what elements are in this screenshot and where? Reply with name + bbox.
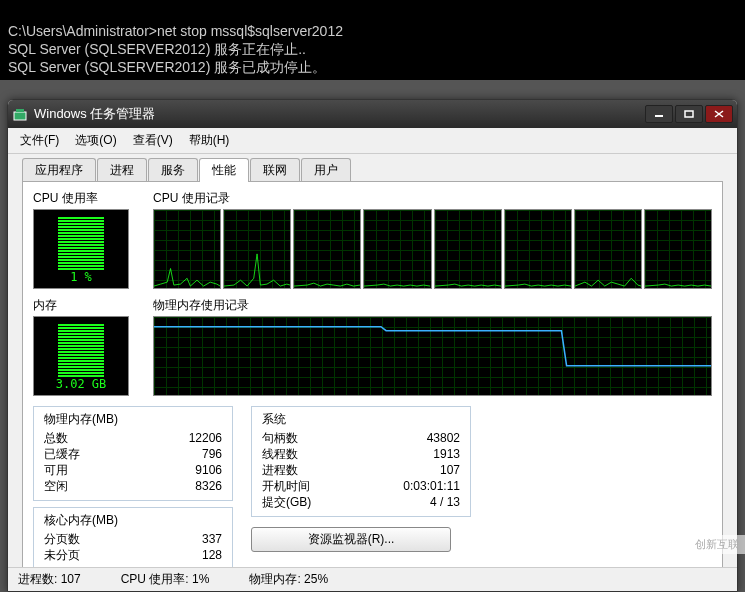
resource-monitor-button[interactable]: 资源监视器(R)... (251, 527, 451, 552)
memory-gauge: 3.02 GB (33, 316, 129, 396)
phys-mem-history-label: 物理内存使用记录 (153, 297, 712, 314)
tab-users[interactable]: 用户 (301, 158, 351, 182)
maximize-button[interactable] (675, 105, 703, 123)
status-bar: 进程数: 107 CPU 使用率: 1% 物理内存: 25% (8, 567, 737, 591)
svg-rect-1 (16, 109, 24, 112)
watermark: 创新互联 (689, 535, 745, 554)
tab-services[interactable]: 服务 (148, 158, 198, 182)
command-prompt: C:\Users\Administrator>net stop mssql$sq… (0, 0, 745, 80)
system-box: 系统 句柄数43802 线程数1913 进程数107 开机时间0:03:01:1… (251, 406, 471, 517)
performance-panel: CPU 使用率 1 % CPU 使用记录 (22, 181, 723, 581)
tab-performance[interactable]: 性能 (199, 158, 249, 182)
menu-bar: 文件(F) 选项(O) 查看(V) 帮助(H) (8, 128, 737, 154)
cpu-usage-value: 1 % (70, 270, 92, 284)
memory-label: 内存 (33, 297, 143, 314)
menu-help[interactable]: 帮助(H) (183, 130, 236, 151)
memory-value: 3.02 GB (56, 377, 107, 391)
menu-options[interactable]: 选项(O) (69, 130, 122, 151)
tab-processes[interactable]: 进程 (97, 158, 147, 182)
cpu-history-charts (153, 209, 712, 289)
cmd-line-1: C:\Users\Administrator>net stop mssql$sq… (8, 23, 343, 39)
minimize-button[interactable] (645, 105, 673, 123)
status-cpu: CPU 使用率: 1% (121, 571, 210, 588)
cpu-usage-label: CPU 使用率 (33, 190, 143, 207)
phys-mem-header: 物理内存(MB) (44, 411, 222, 428)
svg-rect-3 (685, 111, 693, 117)
tab-applications[interactable]: 应用程序 (22, 158, 96, 182)
cmd-line-2: SQL Server (SQLSERVER2012) 服务正在停止.. (8, 41, 306, 57)
svg-rect-0 (14, 112, 26, 120)
physical-memory-box: 物理内存(MB) 总数12206 已缓存796 可用9106 空闲8326 (33, 406, 233, 501)
status-memory: 物理内存: 25% (249, 571, 328, 588)
cmd-line-3: SQL Server (SQLSERVER2012) 服务已成功停止。 (8, 59, 326, 75)
tab-networking[interactable]: 联网 (250, 158, 300, 182)
menu-file[interactable]: 文件(F) (14, 130, 65, 151)
cpu-history-label: CPU 使用记录 (153, 190, 712, 207)
task-manager-window: Windows 任务管理器 文件(F) 选项(O) 查看(V) 帮助(H) 应用… (7, 99, 738, 592)
status-processes: 进程数: 107 (18, 571, 81, 588)
menu-view[interactable]: 查看(V) (127, 130, 179, 151)
tab-strip: 应用程序 进程 服务 性能 联网 用户 (8, 154, 737, 182)
close-button[interactable] (705, 105, 733, 123)
memory-history-chart (153, 316, 712, 396)
system-header: 系统 (262, 411, 460, 428)
kernel-mem-header: 核心内存(MB) (44, 512, 222, 529)
titlebar[interactable]: Windows 任务管理器 (8, 100, 737, 128)
app-icon (12, 106, 28, 122)
kernel-memory-box: 核心内存(MB) 分页数337 未分页128 (33, 507, 233, 570)
cpu-usage-gauge: 1 % (33, 209, 129, 289)
window-title: Windows 任务管理器 (34, 105, 645, 123)
